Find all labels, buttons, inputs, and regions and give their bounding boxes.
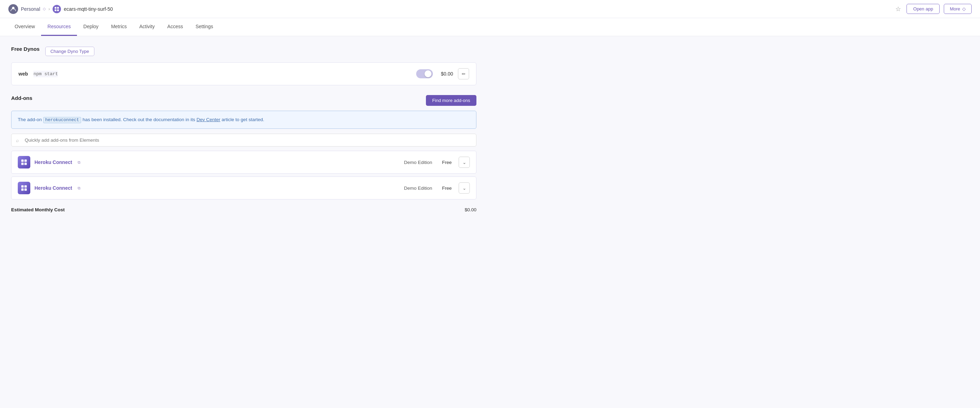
addon-logo xyxy=(18,182,30,194)
dyno-row: web npm start $0.00 ✏ xyxy=(11,62,476,85)
more-button[interactable]: More ◇ xyxy=(944,4,972,14)
addon-menu-button[interactable]: ⌄ xyxy=(459,183,470,194)
tab-metrics[interactable]: Metrics xyxy=(105,18,133,36)
pencil-icon: ✏ xyxy=(462,71,466,76)
addon-price: Free xyxy=(439,160,452,165)
avatar-icon xyxy=(8,4,18,14)
estimated-cost-value: $0.00 xyxy=(465,207,476,212)
banner-text-end: article to get started. xyxy=(220,117,264,122)
external-link-icon: ⧉ xyxy=(78,186,80,191)
addon-name[interactable]: Heroku Connect xyxy=(35,159,72,165)
addon-edition: Demo Edition xyxy=(397,160,432,165)
addon-item-right: Demo Edition Free ⌄ xyxy=(397,183,470,194)
chevron-down-icon: ⌄ xyxy=(463,186,466,191)
free-dynos-title: Free Dynos xyxy=(11,46,40,52)
chevron-down-icon: ⌄ xyxy=(463,160,466,165)
toggle-track xyxy=(416,69,433,78)
addon-logo xyxy=(18,156,30,168)
app-name: ecars-mqtt-tiny-surf-50 xyxy=(64,6,113,12)
diamond-icon: ◇ xyxy=(43,6,46,11)
addon-item-right: Demo Edition Free ⌄ xyxy=(397,157,470,168)
external-link-icon: ⧉ xyxy=(78,160,80,165)
open-app-button[interactable]: Open app xyxy=(907,4,940,14)
header-actions: ☆ Open app More ◇ xyxy=(894,4,972,14)
tab-resources[interactable]: Resources xyxy=(41,18,77,36)
estimated-cost-label: Estimated Monthly Cost xyxy=(11,207,65,212)
svg-rect-3 xyxy=(55,10,56,11)
main-content: Free Dynos Change Dyno Type web npm star… xyxy=(0,36,488,222)
banner-text-before: The add-on xyxy=(18,117,43,122)
addon-search-wrapper: ⌕ xyxy=(11,134,476,146)
addon-name[interactable]: Heroku Connect xyxy=(35,185,72,191)
more-chevron-icon: ◇ xyxy=(962,6,966,11)
svg-rect-4 xyxy=(57,10,59,11)
favorite-button[interactable]: ☆ xyxy=(894,4,902,14)
tab-activity[interactable]: Activity xyxy=(133,18,161,36)
addon-search-input[interactable] xyxy=(11,134,476,146)
tab-access[interactable]: Access xyxy=(161,18,189,36)
svg-rect-5 xyxy=(21,159,24,162)
svg-rect-2 xyxy=(57,7,59,9)
addons-header: Add-ons Find more add-ons xyxy=(11,95,476,106)
svg-rect-12 xyxy=(24,188,27,191)
addon-item: Heroku Connect ⧉ Demo Edition Free ⌄ xyxy=(11,151,476,174)
svg-rect-9 xyxy=(21,185,24,187)
dev-center-link[interactable]: Dev Center xyxy=(196,117,220,122)
addon-item: Heroku Connect ⧉ Demo Edition Free ⌄ xyxy=(11,176,476,200)
tab-deploy[interactable]: Deploy xyxy=(77,18,105,36)
dyno-toggle[interactable] xyxy=(416,69,433,78)
free-dynos-header: Free Dynos Change Dyno Type xyxy=(11,46,476,57)
svg-rect-8 xyxy=(24,163,27,165)
addon-item-left: Heroku Connect ⧉ xyxy=(18,156,397,168)
top-header: Personal ◇ › ecars-mqtt-tiny-surf-50 ☆ O… xyxy=(0,0,980,18)
banner-addon-name: herokuconnect xyxy=(43,117,81,123)
svg-rect-7 xyxy=(21,163,24,165)
addons-title: Add-ons xyxy=(11,95,32,101)
addon-edition: Demo Edition xyxy=(397,186,432,191)
search-icon: ⌕ xyxy=(16,138,19,143)
dyno-edit-button[interactable]: ✏ xyxy=(458,68,469,79)
tab-settings[interactable]: Settings xyxy=(189,18,220,36)
addon-menu-button[interactable]: ⌄ xyxy=(459,157,470,168)
breadcrumb: Personal ◇ › ecars-mqtt-tiny-surf-50 xyxy=(8,4,113,14)
addon-info-banner: The add-on herokuconnect has been instal… xyxy=(11,111,476,129)
banner-text-after: has been installed. Check out the docume… xyxy=(81,117,196,122)
tab-overview[interactable]: Overview xyxy=(8,18,41,36)
svg-rect-1 xyxy=(55,7,56,9)
cost-footer: Estimated Monthly Cost $0.00 xyxy=(11,202,476,212)
dyno-cost: $0.00 xyxy=(438,71,453,76)
nav-tabs: Overview Resources Deploy Metrics Activi… xyxy=(0,18,980,36)
dyno-info: web npm start xyxy=(19,71,58,77)
svg-rect-11 xyxy=(21,188,24,191)
toggle-thumb xyxy=(425,70,431,77)
dyno-command: npm start xyxy=(33,71,58,77)
change-dyno-button[interactable]: Change Dyno Type xyxy=(45,47,94,56)
svg-rect-6 xyxy=(24,159,27,162)
dyno-controls: $0.00 ✏ xyxy=(416,68,469,79)
addon-item-left: Heroku Connect ⧉ xyxy=(18,182,397,194)
personal-label[interactable]: Personal xyxy=(21,6,40,12)
dyno-type: web xyxy=(19,71,28,76)
svg-rect-10 xyxy=(24,185,27,187)
find-addons-button[interactable]: Find more add-ons xyxy=(426,95,476,106)
breadcrumb-chevron: › xyxy=(48,6,50,11)
addon-price: Free xyxy=(439,186,452,191)
more-label: More xyxy=(950,6,960,11)
app-icon xyxy=(52,5,61,13)
